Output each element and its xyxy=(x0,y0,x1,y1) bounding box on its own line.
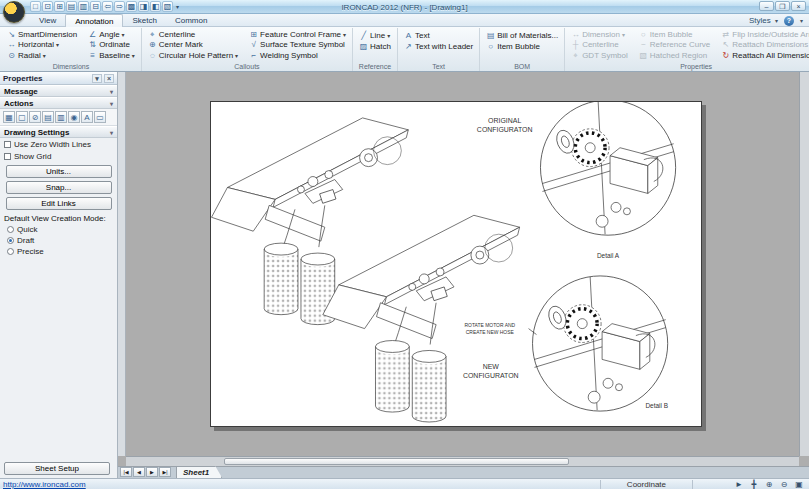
ribbon-item-hatch[interactable]: ▨Hatch xyxy=(357,41,393,51)
checkbox-show-grid[interactable]: Show Grid xyxy=(0,150,117,162)
ribbon-item-bill-of-materials[interactable]: ▤Bill of Materials... xyxy=(484,30,560,40)
navigate-icon[interactable]: ► xyxy=(733,480,745,489)
ribbon-item-baseline[interactable]: ≡Baseline▾ xyxy=(86,51,137,60)
ribbon-item-center-mark[interactable]: ⊕Center Mark xyxy=(146,40,240,49)
item-bubble-icon: ○ xyxy=(639,30,648,39)
print-icon[interactable]: ⊟ xyxy=(90,1,101,12)
pin-icon[interactable]: ▾ xyxy=(92,74,102,83)
edit-links-button[interactable]: Edit Links xyxy=(6,197,112,210)
ribbon-item-circular-hole-pattern[interactable]: ◌Circular Hole Pattern▾ xyxy=(146,51,240,60)
web-icon[interactable]: ◉ xyxy=(68,111,80,123)
radio-circle[interactable] xyxy=(7,237,14,244)
open-icon[interactable]: ⊡ xyxy=(42,1,53,12)
window-title: IRONCAD 2012 (NFR) - [Drawing1] xyxy=(200,3,609,12)
ribbon-item-feature-control-frame[interactable]: ⊞Feature Control Frame▾ xyxy=(247,30,348,39)
close-button[interactable]: × xyxy=(791,1,806,11)
prev-sheet-button[interactable]: ◀ xyxy=(133,467,145,477)
tab-sketch[interactable]: Sketch xyxy=(123,14,165,27)
detail-a-view xyxy=(540,101,675,235)
checkbox-use-zero-width-lines[interactable]: Use Zero Width Lines xyxy=(0,138,117,150)
ribbon-item-ordinate[interactable]: ⇅Ordinate xyxy=(86,40,137,49)
ribbon-item-line[interactable]: ╱Line▾ xyxy=(357,30,393,40)
next-sheet-button[interactable]: ▶ xyxy=(146,467,158,477)
checkbox-box[interactable] xyxy=(4,153,11,160)
radio-draft[interactable]: Draft xyxy=(0,235,117,246)
new-document-icon[interactable]: □ xyxy=(30,1,41,12)
ribbon-item-text-with-leader[interactable]: ↗Text with Leader xyxy=(402,41,475,51)
bom-table-icon[interactable]: ▦ xyxy=(3,111,15,123)
quick-access-more-icon[interactable]: ▾ xyxy=(174,3,181,10)
minimize-button[interactable]: – xyxy=(759,1,774,11)
ribbon-item-text[interactable]: AText xyxy=(402,30,475,40)
minimize-ribbon-icon[interactable]: ▾ xyxy=(798,17,805,24)
import-icon[interactable]: ⊞ xyxy=(54,1,65,12)
first-sheet-button[interactable]: |◀ xyxy=(120,467,132,477)
ribbon-item-reattach-dimensions: ↖Reattach Dimensions xyxy=(719,40,809,49)
tab-view[interactable]: View xyxy=(30,14,65,27)
help-icon[interactable]: ? xyxy=(784,16,794,26)
ribbon-item-welding-symbol[interactable]: ⌐Welding Symbol xyxy=(247,51,348,60)
centerline-icon: ⌖ xyxy=(148,30,157,39)
scrollbar-thumb[interactable] xyxy=(224,458,569,465)
table-icon[interactable]: ▥ xyxy=(55,111,67,123)
ribbon-item-surface-texture-symbol[interactable]: √Surface Texture Symbol xyxy=(247,40,348,49)
last-sheet-button[interactable]: ▶| xyxy=(159,467,171,477)
ribbon-item-angle[interactable]: ∠Angle▾ xyxy=(86,30,137,39)
snap-button[interactable]: Snap... xyxy=(6,181,112,194)
radio-circle[interactable] xyxy=(7,226,14,233)
table-icon[interactable]: ◧ xyxy=(150,1,161,12)
ironcad-link[interactable]: http://www.ironcad.com xyxy=(3,480,86,489)
restore-button[interactable]: ❐ xyxy=(775,1,790,11)
hatched-region-icon: ▧ xyxy=(639,51,648,60)
ribbon-item-item-bubble[interactable]: ○Item Bubble xyxy=(484,41,560,51)
ribbon-item-centerline[interactable]: ⌖Centerline xyxy=(146,30,240,39)
section-header-actions[interactable]: Actions ▾ xyxy=(0,97,117,109)
section-header-drawing-settings[interactable]: Drawing Settings ▾ xyxy=(0,126,117,138)
ribbon-group-bom: ▤Bill of Materials... ○Item Bubble BOM xyxy=(480,28,565,71)
tab-common[interactable]: Common xyxy=(166,14,216,27)
section-header-message[interactable]: Message ▾ xyxy=(0,85,117,97)
ribbon-item-centerline-prop: ┼Centerline xyxy=(569,40,630,49)
redo-icon[interactable]: ⇨ xyxy=(114,1,125,12)
hatch-icon: ▨ xyxy=(359,42,368,51)
drawing-sheet[interactable]: ORIGINAL CONFIGURATON Detail A ROTATE MO… xyxy=(210,101,702,427)
units-button[interactable]: Units... xyxy=(6,165,112,178)
text-icon[interactable]: A xyxy=(81,111,93,123)
ribbon-item-radial[interactable]: ⊙Radial▾ xyxy=(5,51,79,60)
close-icon[interactable]: × xyxy=(104,74,114,83)
undo-icon[interactable]: ⇦ xyxy=(102,1,113,12)
options-icon[interactable]: ▧ xyxy=(162,1,173,12)
app-logo-icon[interactable] xyxy=(3,1,25,23)
checkbox-box[interactable] xyxy=(4,141,11,148)
vertical-scrollbar[interactable] xyxy=(799,72,809,456)
open-folder-icon[interactable]: ▤ xyxy=(42,111,54,123)
sheet-setup-button[interactable]: Sheet Setup xyxy=(4,462,110,475)
coordinate-button[interactable]: Coordinate xyxy=(600,480,693,489)
frame-icon[interactable]: ▭ xyxy=(94,111,106,123)
save-as-icon[interactable]: ▥ xyxy=(78,1,89,12)
group-caption: Callouts xyxy=(142,63,352,70)
drawing-canvas[interactable]: ORIGINAL CONFIGURATON Detail A ROTATE MO… xyxy=(126,72,799,456)
zoom-in-icon[interactable]: ⊕ xyxy=(763,480,775,489)
ribbon-item-horizontal[interactable]: ↔Horizontal▾ xyxy=(5,40,79,49)
zoom-window-icon[interactable]: ▣ xyxy=(793,480,805,489)
item-bubble-icon: ○ xyxy=(486,42,495,51)
zoom-out-icon[interactable]: ⊖ xyxy=(778,480,790,489)
pan-icon[interactable]: ╋ xyxy=(748,480,760,489)
radio-circle[interactable] xyxy=(7,248,14,255)
radio-quick[interactable]: Quick xyxy=(0,224,117,235)
render-icon[interactable]: ▩ xyxy=(126,1,137,12)
ribbon-item-smartdimension[interactable]: ↘SmartDimension xyxy=(5,30,79,39)
styles-dropdown[interactable]: Styles ▾ xyxy=(749,16,780,25)
link-icon[interactable]: ⊘ xyxy=(29,111,41,123)
tab-annotation[interactable]: Annotation xyxy=(65,14,123,27)
save-icon[interactable]: ▤ xyxy=(66,1,77,12)
new-view-icon[interactable]: ▢ xyxy=(16,111,28,123)
horizontal-scrollbar[interactable] xyxy=(126,456,799,466)
panel-splitter[interactable] xyxy=(118,72,126,456)
sheet-tab-sheet1[interactable]: Sheet1 xyxy=(176,466,222,478)
center-mark-icon: ⊕ xyxy=(148,40,157,49)
radio-precise[interactable]: Precise xyxy=(0,246,117,257)
ribbon-item-reattach-all-dimensions[interactable]: ↻Reattach All Dimensions xyxy=(719,51,809,60)
camera-icon[interactable]: ◨ xyxy=(138,1,149,12)
